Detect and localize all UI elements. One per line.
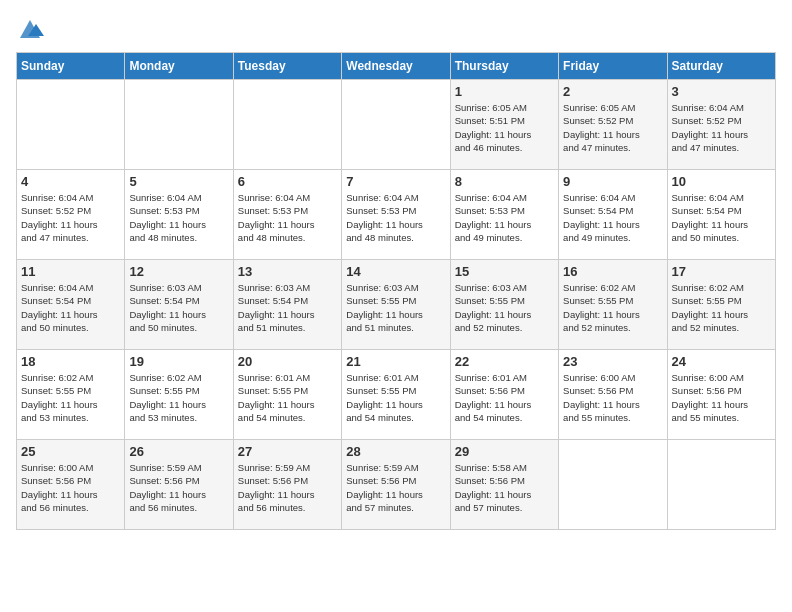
day-info: Sunrise: 6:04 AM Sunset: 5:54 PM Dayligh… <box>21 281 120 334</box>
day-number: 21 <box>346 354 445 369</box>
day-number: 23 <box>563 354 662 369</box>
header-monday: Monday <box>125 53 233 80</box>
header-friday: Friday <box>559 53 667 80</box>
day-cell <box>17 80 125 170</box>
day-number: 6 <box>238 174 337 189</box>
day-cell: 14Sunrise: 6:03 AM Sunset: 5:55 PM Dayli… <box>342 260 450 350</box>
day-number: 11 <box>21 264 120 279</box>
day-info: Sunrise: 6:03 AM Sunset: 5:54 PM Dayligh… <box>238 281 337 334</box>
day-cell: 24Sunrise: 6:00 AM Sunset: 5:56 PM Dayli… <box>667 350 775 440</box>
day-number: 29 <box>455 444 554 459</box>
calendar-table: SundayMondayTuesdayWednesdayThursdayFrid… <box>16 52 776 530</box>
day-cell: 6Sunrise: 6:04 AM Sunset: 5:53 PM Daylig… <box>233 170 341 260</box>
day-info: Sunrise: 6:04 AM Sunset: 5:52 PM Dayligh… <box>21 191 120 244</box>
day-cell: 19Sunrise: 6:02 AM Sunset: 5:55 PM Dayli… <box>125 350 233 440</box>
day-number: 8 <box>455 174 554 189</box>
day-number: 28 <box>346 444 445 459</box>
header-thursday: Thursday <box>450 53 558 80</box>
day-info: Sunrise: 6:04 AM Sunset: 5:53 PM Dayligh… <box>238 191 337 244</box>
day-cell: 17Sunrise: 6:02 AM Sunset: 5:55 PM Dayli… <box>667 260 775 350</box>
day-cell: 21Sunrise: 6:01 AM Sunset: 5:55 PM Dayli… <box>342 350 450 440</box>
day-number: 24 <box>672 354 771 369</box>
day-info: Sunrise: 5:59 AM Sunset: 5:56 PM Dayligh… <box>238 461 337 514</box>
day-cell: 9Sunrise: 6:04 AM Sunset: 5:54 PM Daylig… <box>559 170 667 260</box>
day-cell: 16Sunrise: 6:02 AM Sunset: 5:55 PM Dayli… <box>559 260 667 350</box>
day-cell: 7Sunrise: 6:04 AM Sunset: 5:53 PM Daylig… <box>342 170 450 260</box>
day-number: 7 <box>346 174 445 189</box>
day-info: Sunrise: 6:04 AM Sunset: 5:53 PM Dayligh… <box>455 191 554 244</box>
day-number: 27 <box>238 444 337 459</box>
day-number: 17 <box>672 264 771 279</box>
day-cell: 29Sunrise: 5:58 AM Sunset: 5:56 PM Dayli… <box>450 440 558 530</box>
header-row: SundayMondayTuesdayWednesdayThursdayFrid… <box>17 53 776 80</box>
day-cell: 25Sunrise: 6:00 AM Sunset: 5:56 PM Dayli… <box>17 440 125 530</box>
day-info: Sunrise: 6:04 AM Sunset: 5:53 PM Dayligh… <box>346 191 445 244</box>
day-number: 18 <box>21 354 120 369</box>
day-cell: 22Sunrise: 6:01 AM Sunset: 5:56 PM Dayli… <box>450 350 558 440</box>
day-number: 12 <box>129 264 228 279</box>
day-number: 14 <box>346 264 445 279</box>
day-number: 9 <box>563 174 662 189</box>
day-info: Sunrise: 6:03 AM Sunset: 5:54 PM Dayligh… <box>129 281 228 334</box>
day-cell: 26Sunrise: 5:59 AM Sunset: 5:56 PM Dayli… <box>125 440 233 530</box>
week-row-3: 11Sunrise: 6:04 AM Sunset: 5:54 PM Dayli… <box>17 260 776 350</box>
day-cell: 28Sunrise: 5:59 AM Sunset: 5:56 PM Dayli… <box>342 440 450 530</box>
week-row-1: 1Sunrise: 6:05 AM Sunset: 5:51 PM Daylig… <box>17 80 776 170</box>
day-cell <box>342 80 450 170</box>
day-cell: 27Sunrise: 5:59 AM Sunset: 5:56 PM Dayli… <box>233 440 341 530</box>
day-info: Sunrise: 6:02 AM Sunset: 5:55 PM Dayligh… <box>129 371 228 424</box>
day-info: Sunrise: 6:00 AM Sunset: 5:56 PM Dayligh… <box>563 371 662 424</box>
day-info: Sunrise: 6:00 AM Sunset: 5:56 PM Dayligh… <box>672 371 771 424</box>
day-info: Sunrise: 6:01 AM Sunset: 5:55 PM Dayligh… <box>346 371 445 424</box>
page-header <box>16 16 776 44</box>
week-row-4: 18Sunrise: 6:02 AM Sunset: 5:55 PM Dayli… <box>17 350 776 440</box>
day-cell: 15Sunrise: 6:03 AM Sunset: 5:55 PM Dayli… <box>450 260 558 350</box>
day-info: Sunrise: 6:02 AM Sunset: 5:55 PM Dayligh… <box>672 281 771 334</box>
day-info: Sunrise: 6:00 AM Sunset: 5:56 PM Dayligh… <box>21 461 120 514</box>
day-cell <box>559 440 667 530</box>
day-info: Sunrise: 6:02 AM Sunset: 5:55 PM Dayligh… <box>563 281 662 334</box>
day-info: Sunrise: 5:58 AM Sunset: 5:56 PM Dayligh… <box>455 461 554 514</box>
day-cell <box>233 80 341 170</box>
day-cell: 12Sunrise: 6:03 AM Sunset: 5:54 PM Dayli… <box>125 260 233 350</box>
day-info: Sunrise: 6:03 AM Sunset: 5:55 PM Dayligh… <box>346 281 445 334</box>
day-info: Sunrise: 6:04 AM Sunset: 5:53 PM Dayligh… <box>129 191 228 244</box>
day-cell: 2Sunrise: 6:05 AM Sunset: 5:52 PM Daylig… <box>559 80 667 170</box>
header-tuesday: Tuesday <box>233 53 341 80</box>
day-cell: 3Sunrise: 6:04 AM Sunset: 5:52 PM Daylig… <box>667 80 775 170</box>
day-info: Sunrise: 6:03 AM Sunset: 5:55 PM Dayligh… <box>455 281 554 334</box>
day-info: Sunrise: 6:01 AM Sunset: 5:56 PM Dayligh… <box>455 371 554 424</box>
day-number: 5 <box>129 174 228 189</box>
day-cell: 11Sunrise: 6:04 AM Sunset: 5:54 PM Dayli… <box>17 260 125 350</box>
day-cell: 20Sunrise: 6:01 AM Sunset: 5:55 PM Dayli… <box>233 350 341 440</box>
day-number: 25 <box>21 444 120 459</box>
day-number: 15 <box>455 264 554 279</box>
logo <box>16 16 48 44</box>
day-cell: 13Sunrise: 6:03 AM Sunset: 5:54 PM Dayli… <box>233 260 341 350</box>
day-cell <box>125 80 233 170</box>
day-cell: 1Sunrise: 6:05 AM Sunset: 5:51 PM Daylig… <box>450 80 558 170</box>
header-sunday: Sunday <box>17 53 125 80</box>
day-number: 3 <box>672 84 771 99</box>
day-number: 26 <box>129 444 228 459</box>
day-info: Sunrise: 6:05 AM Sunset: 5:52 PM Dayligh… <box>563 101 662 154</box>
day-info: Sunrise: 6:04 AM Sunset: 5:54 PM Dayligh… <box>563 191 662 244</box>
day-info: Sunrise: 6:05 AM Sunset: 5:51 PM Dayligh… <box>455 101 554 154</box>
day-cell: 10Sunrise: 6:04 AM Sunset: 5:54 PM Dayli… <box>667 170 775 260</box>
day-number: 19 <box>129 354 228 369</box>
day-number: 22 <box>455 354 554 369</box>
day-number: 2 <box>563 84 662 99</box>
logo-icon <box>16 16 44 44</box>
day-info: Sunrise: 6:04 AM Sunset: 5:52 PM Dayligh… <box>672 101 771 154</box>
day-number: 16 <box>563 264 662 279</box>
header-wednesday: Wednesday <box>342 53 450 80</box>
day-info: Sunrise: 5:59 AM Sunset: 5:56 PM Dayligh… <box>346 461 445 514</box>
week-row-2: 4Sunrise: 6:04 AM Sunset: 5:52 PM Daylig… <box>17 170 776 260</box>
day-number: 4 <box>21 174 120 189</box>
day-number: 1 <box>455 84 554 99</box>
day-info: Sunrise: 5:59 AM Sunset: 5:56 PM Dayligh… <box>129 461 228 514</box>
day-cell: 23Sunrise: 6:00 AM Sunset: 5:56 PM Dayli… <box>559 350 667 440</box>
day-number: 13 <box>238 264 337 279</box>
day-info: Sunrise: 6:04 AM Sunset: 5:54 PM Dayligh… <box>672 191 771 244</box>
day-cell: 8Sunrise: 6:04 AM Sunset: 5:53 PM Daylig… <box>450 170 558 260</box>
